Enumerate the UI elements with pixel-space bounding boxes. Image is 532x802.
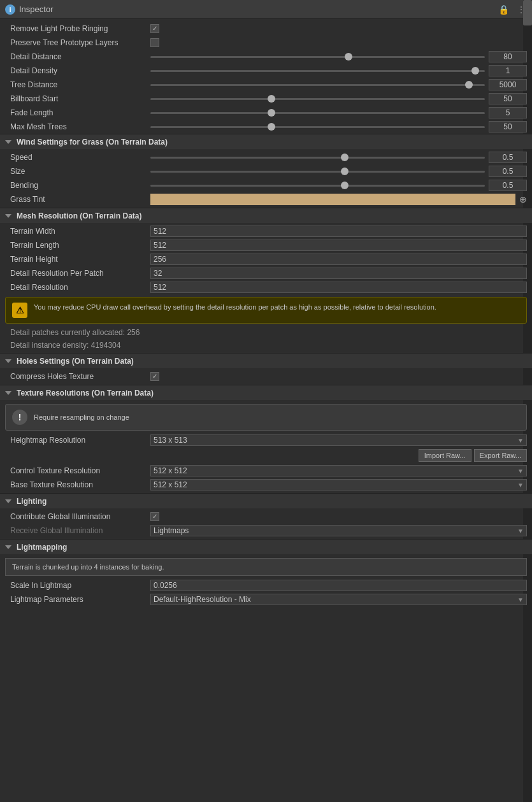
fade-length-control: 5 xyxy=(150,107,527,118)
size-control: 0.5 xyxy=(150,166,527,177)
max-mesh-trees-value[interactable]: 50 xyxy=(489,121,527,132)
detail-density-slider-wrap xyxy=(150,70,485,72)
billboard-start-track[interactable] xyxy=(150,98,485,100)
control-texture-row: Control Texture Resolution 512 x 512 ▼ xyxy=(0,464,532,478)
bending-thumb[interactable] xyxy=(341,182,349,189)
lightmap-params-dropdown[interactable]: Default-HighResolution - Mix ▼ xyxy=(150,594,527,605)
control-texture-dropdown[interactable]: 512 x 512 ▼ xyxy=(150,465,527,476)
lightmapping-section-title: Lightmapping xyxy=(17,543,67,552)
control-texture-control: 512 x 512 ▼ xyxy=(150,465,527,476)
speed-value[interactable]: 0.5 xyxy=(489,152,527,163)
lighting-section-header[interactable]: Lighting xyxy=(0,493,532,508)
bending-row: Bending 0.5 xyxy=(0,178,532,192)
lock-button[interactable]: 🔒 xyxy=(497,4,510,15)
control-texture-value: 512 x 512 xyxy=(154,466,187,475)
tree-distance-value[interactable]: 5000 xyxy=(489,79,527,90)
control-texture-arrow-icon: ▼ xyxy=(517,468,524,475)
detail-density-track[interactable] xyxy=(150,70,485,72)
inspector-icon: i xyxy=(5,4,15,15)
detail-distance-slider-wrap xyxy=(150,56,485,58)
detail-distance-thumb[interactable] xyxy=(345,53,352,61)
mesh-section-title: Mesh Resolution (On Terrain Data) xyxy=(17,211,141,220)
heightmap-dropdown-arrow-icon: ▼ xyxy=(517,437,524,444)
terrain-length-label: Terrain Length xyxy=(10,241,150,250)
texture-section-title: Texture Resolutions (On Terrain Data) xyxy=(17,389,154,397)
detail-resolution-row: Detail Resolution xyxy=(0,280,532,294)
tree-distance-label: Tree Distance xyxy=(10,80,150,89)
receive-gi-row: Receive Global Illumination Lightmaps ▼ xyxy=(0,524,532,538)
texture-arrow-icon xyxy=(5,391,11,395)
size-thumb[interactable] xyxy=(341,168,349,175)
base-texture-dropdown[interactable]: 512 x 512 ▼ xyxy=(150,479,527,491)
mesh-arrow-icon xyxy=(5,214,11,218)
speed-label: Speed xyxy=(10,153,150,162)
terrain-width-input[interactable] xyxy=(150,226,527,237)
lightmapping-section-header[interactable]: Lightmapping xyxy=(0,539,532,554)
import-raw-button[interactable]: Import Raw... xyxy=(419,449,471,462)
export-raw-button[interactable]: Export Raw... xyxy=(474,449,527,462)
info-notice-icon: ! xyxy=(12,410,27,425)
size-slider-wrap xyxy=(150,171,485,173)
tree-distance-thumb[interactable] xyxy=(465,81,473,89)
content-area: Remove Light Probe Ringing Preserve Tree… xyxy=(0,19,532,610)
wind-section-title: Wind Settings for Grass (On Terrain Data… xyxy=(17,138,168,147)
base-texture-label: Base Texture Resolution xyxy=(10,480,150,489)
compress-holes-row: Compress Holes Texture xyxy=(0,369,532,383)
terrain-length-input[interactable] xyxy=(150,240,527,251)
detail-density-value[interactable]: 1 xyxy=(489,65,527,76)
max-mesh-trees-track[interactable] xyxy=(150,126,485,128)
title-icons: 🔒 ⋮ xyxy=(497,4,527,15)
heightmap-res-dropdown[interactable]: 513 x 513 ▼ xyxy=(150,434,527,446)
bending-value[interactable]: 0.5 xyxy=(489,180,527,191)
max-mesh-trees-thumb[interactable] xyxy=(268,123,275,131)
mesh-section-header[interactable]: Mesh Resolution (On Terrain Data) xyxy=(0,208,532,223)
base-texture-row: Base Texture Resolution 512 x 512 ▼ xyxy=(0,478,532,492)
detail-distance-value[interactable]: 80 xyxy=(489,51,527,62)
receive-gi-arrow-icon: ▼ xyxy=(517,527,524,534)
compress-holes-control xyxy=(150,372,527,381)
grass-tint-control: ⊕ xyxy=(150,194,527,205)
speed-thumb[interactable] xyxy=(341,154,349,161)
detail-density-thumb[interactable] xyxy=(471,67,479,75)
billboard-start-value[interactable]: 50 xyxy=(489,93,527,104)
speed-track[interactable] xyxy=(150,157,485,159)
wind-section-header[interactable]: Wind Settings for Grass (On Terrain Data… xyxy=(0,134,532,149)
billboard-start-thumb[interactable] xyxy=(268,95,275,103)
fade-length-track[interactable] xyxy=(150,112,485,114)
title-text: Inspector xyxy=(19,4,497,14)
remove-light-probe-control xyxy=(150,24,527,33)
billboard-start-row: Billboard Start 50 xyxy=(0,92,532,106)
detail-density-control: 1 xyxy=(150,65,527,76)
preserve-tree-checkbox[interactable] xyxy=(150,38,159,47)
compress-holes-checkbox[interactable] xyxy=(150,372,159,381)
remove-light-probe-checkbox[interactable] xyxy=(150,24,159,33)
receive-gi-dropdown[interactable]: Lightmaps ▼ xyxy=(150,525,527,536)
color-picker-icon[interactable]: ⊕ xyxy=(519,194,527,204)
remove-light-probe-label: Remove Light Probe Ringing xyxy=(10,24,150,33)
fade-length-thumb[interactable] xyxy=(268,109,275,117)
tree-distance-track[interactable] xyxy=(150,84,485,86)
terrain-width-control xyxy=(150,226,527,237)
texture-section-header[interactable]: Texture Resolutions (On Terrain Data) xyxy=(0,385,532,400)
detail-density-label: Detail Density xyxy=(10,66,150,75)
detail-resolution-input[interactable] xyxy=(150,282,527,293)
texture-section-body: ! Require resampling on change Heightmap… xyxy=(0,400,532,493)
terrain-height-input[interactable] xyxy=(150,254,527,265)
billboard-start-control: 50 xyxy=(150,93,527,104)
size-track[interactable] xyxy=(150,171,485,173)
detail-distance-track[interactable] xyxy=(150,56,485,58)
base-texture-value: 512 x 512 xyxy=(154,480,187,489)
lightmapping-section-body: Terrain is chunked up into 4 instances f… xyxy=(0,554,532,608)
scale-lightmap-input[interactable] xyxy=(150,580,527,591)
detail-res-per-patch-input[interactable] xyxy=(150,268,527,279)
lightmap-notice-text: Terrain is chunked up into 4 instances f… xyxy=(12,563,164,571)
fade-length-label: Fade Length xyxy=(10,108,150,117)
size-value[interactable]: 0.5 xyxy=(489,166,527,177)
grass-tint-swatch[interactable] xyxy=(150,194,515,205)
contribute-gi-checkbox[interactable] xyxy=(150,512,159,521)
detail-distance-label: Detail Distance xyxy=(10,52,150,61)
holes-section-header[interactable]: Holes Settings (On Terrain Data) xyxy=(0,353,532,368)
fade-length-value[interactable]: 5 xyxy=(489,107,527,118)
terrain-height-row: Terrain Height xyxy=(0,252,532,266)
bending-track[interactable] xyxy=(150,185,485,187)
